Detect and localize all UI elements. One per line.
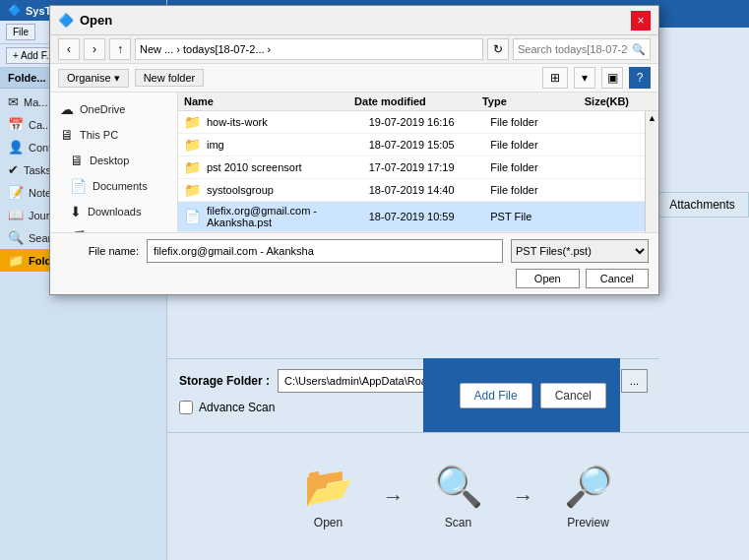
workflow-step-scan: 🔍 Scan [434, 464, 483, 529]
col-size-header: Size(KB) [585, 95, 653, 107]
dialog-title-text: Open [80, 13, 112, 28]
new-folder-label: New folder [144, 72, 196, 84]
pst-file-icon: 📄 [184, 209, 201, 224]
dialog-file-list: Name Date modified Type Size(KB) ▲ 📁 how… [178, 93, 658, 232]
breadcrumb-text: New ... › todays[18-07-2... › [140, 43, 271, 55]
folderlist-icon: 📁 [8, 253, 24, 268]
back-button[interactable]: ‹ [58, 38, 80, 60]
scrollbar[interactable]: ▲ [645, 111, 658, 232]
file-name: how-its-work [207, 116, 369, 128]
file-button[interactable]: File [6, 24, 35, 40]
arrow-1: → [383, 484, 405, 510]
dialog-bottom: File name: PST Files(*.pst) Open Cancel [50, 232, 658, 294]
cancel-button[interactable]: Cancel [586, 269, 649, 288]
preview-icon: 🔎 [564, 464, 613, 510]
organise-button[interactable]: Organise ▾ [58, 69, 129, 88]
organise-chevron-icon: ▾ [114, 72, 120, 85]
scroll-up-icon[interactable]: ▲ [646, 111, 658, 125]
search-bar[interactable]: 🔍 [513, 38, 651, 60]
open-folder-icon: 📂 [304, 464, 353, 510]
workflow-preview-label: Preview [567, 516, 609, 529]
dialog-left-nav: ☁ OneDrive 🖥 This PC 🖥 Desktop 📄 Documen… [50, 93, 178, 232]
search-bar-icon: 🔍 [632, 43, 646, 56]
file-date: 17-07-2019 17:19 [369, 161, 491, 173]
help-button[interactable]: ? [629, 67, 651, 89]
add-file-button[interactable]: Add File [460, 383, 532, 408]
col-type-header: Type [482, 95, 585, 107]
workflow-step-preview: 🔎 Preview [564, 464, 613, 529]
storage-folder-label: Storage Folder : [179, 374, 270, 388]
arrow-2: → [513, 484, 534, 510]
app-logo-icon: 🔷 [8, 4, 22, 17]
file-date: 18-07-2019 14:40 [369, 184, 491, 196]
file-row[interactable]: 📁 pst 2010 screensort 17-07-2019 17:19 F… [178, 156, 658, 179]
attachments-label: Attachments [669, 198, 735, 212]
filename-input[interactable] [147, 239, 503, 263]
file-name: img [207, 139, 369, 151]
dialog-title-icon: 🔷 [58, 13, 74, 28]
notes-icon: 📝 [8, 185, 24, 200]
attachments-panel[interactable]: Attachments [655, 192, 749, 218]
organise-label: Organise [67, 72, 111, 84]
dlg-nav-documents[interactable]: 📄 Documents [50, 173, 177, 199]
workflow-step-open: 📂 Open [304, 464, 353, 529]
file-type: PST File [490, 211, 588, 222]
dlg-nav-label: This PC [80, 129, 118, 141]
action-cancel-button[interactable]: Cancel [540, 383, 606, 408]
file-row[interactable]: 📁 how-its-work 19-07-2019 16:16 File fol… [178, 111, 658, 134]
tasks-icon: ✔ [8, 162, 19, 177]
calendar-icon: 📅 [8, 117, 24, 132]
dialog-toolbar: Organise ▾ New folder ⊞ ▾ ▣ ? [50, 64, 658, 93]
scan-icon: 🔍 [434, 464, 483, 510]
dialog-titlebar: 🔷 Open × [50, 6, 658, 35]
folder-icon: 📁 [184, 182, 201, 198]
file-rows-container: ▲ 📁 how-its-work 19-07-2019 16:16 File f… [178, 111, 658, 232]
filelist-header: Name Date modified Type Size(KB) [178, 93, 658, 111]
dlg-nav-music[interactable]: 🎵 Music [50, 224, 177, 232]
new-folder-button[interactable]: New folder [135, 69, 205, 87]
advance-scan-checkbox[interactable] [179, 401, 193, 414]
dialog-title: 🔷 Open [58, 13, 112, 28]
filename-row: File name: PST Files(*.pst) [60, 239, 649, 263]
file-type: File folder [490, 116, 588, 128]
storage-browse-button[interactable]: ... [621, 369, 648, 393]
workflow-open-label: Open [314, 516, 343, 529]
breadcrumb-bar[interactable]: New ... › todays[18-07-2... › [135, 38, 483, 60]
downloads-icon: ⬇ [70, 204, 82, 219]
file-row-selected[interactable]: 📄 filefix.org@gmail.com - Akanksha.pst 1… [178, 202, 658, 232]
dlg-nav-label: Downloads [88, 206, 141, 218]
documents-icon: 📄 [70, 178, 87, 194]
file-row[interactable]: 📁 img 18-07-2019 15:05 File folder [178, 134, 658, 156]
dlg-nav-label: Documents [93, 180, 148, 192]
dlg-nav-onedrive[interactable]: ☁ OneDrive [50, 96, 177, 122]
preview-pane-button[interactable]: ▣ [601, 67, 623, 89]
open-dialog: 🔷 Open × ‹ › ↑ New ... › todays[18-07-2.… [49, 5, 659, 295]
action-buttons-bar: Add File Cancel [423, 358, 620, 432]
dialog-close-button[interactable]: × [631, 11, 651, 31]
contacts-icon: 👤 [8, 140, 24, 155]
view-details-button[interactable]: ▾ [574, 67, 595, 89]
forward-button[interactable]: › [84, 38, 105, 60]
dlg-nav-thispc[interactable]: 🖥 This PC [50, 122, 177, 148]
refresh-button[interactable]: ↻ [487, 38, 509, 60]
file-row[interactable]: 📁 systoolsgroup 18-07-2019 14:40 File fo… [178, 179, 658, 202]
filetype-select[interactable]: PST Files(*.pst) [511, 239, 649, 263]
open-button[interactable]: Open [516, 269, 580, 288]
file-name: systoolsgroup [207, 184, 369, 196]
dlg-nav-label: OneDrive [80, 103, 125, 115]
file-name: pst 2010 screensort [207, 161, 369, 173]
sidebar-item-label: Tasks [24, 164, 51, 176]
dlg-nav-desktop[interactable]: 🖥 Desktop [50, 148, 177, 173]
file-type: File folder [490, 184, 588, 196]
dialog-body: ☁ OneDrive 🖥 This PC 🖥 Desktop 📄 Documen… [50, 93, 658, 232]
filename-label-text: File name: [60, 245, 139, 257]
view-toggle-button[interactable]: ⊞ [542, 67, 568, 89]
onedrive-icon: ☁ [60, 101, 74, 117]
sidebar-item-label: Ma... [24, 96, 47, 108]
file-date: 18-07-2019 15:05 [369, 139, 491, 151]
dlg-nav-downloads[interactable]: ⬇ Downloads [50, 199, 177, 224]
dialog-nav: ‹ › ↑ New ... › todays[18-07-2... › ↻ 🔍 [50, 35, 658, 64]
file-date: 19-07-2019 16:16 [369, 116, 491, 128]
up-button[interactable]: ↑ [109, 38, 131, 60]
search-input[interactable] [518, 43, 628, 55]
